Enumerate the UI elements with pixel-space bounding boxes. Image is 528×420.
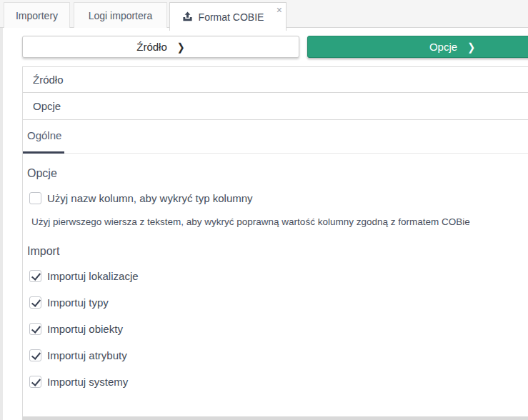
detect-helper-text: Użyj pierwszego wiersza z tekstem, aby w…	[31, 216, 470, 227]
import-attributes-row: Importuj atrybuty	[29, 348, 127, 362]
tab-importery[interactable]: Importery	[4, 2, 70, 28]
import-attributes-label[interactable]: Importuj atrybuty	[47, 349, 127, 361]
import-types-label[interactable]: Importuj typy	[47, 296, 109, 309]
inner-tab-divider	[23, 153, 528, 154]
tab-format-cobie-label: Format COBIE	[199, 11, 264, 23]
import-attributes-checkbox[interactable]	[29, 349, 41, 361]
tab-ogolne[interactable]: Ogólne	[27, 129, 61, 141]
import-objects-checkbox[interactable]	[29, 323, 41, 335]
import-objects-row: Importuj obiekty	[29, 321, 123, 336]
horizontal-scrollbar[interactable]	[23, 416, 528, 420]
tab-bar: Importery Logi importera Format COBIE ×	[0, 0, 528, 28]
left-gutter	[0, 28, 3, 420]
tab-importery-label: Importery	[16, 10, 58, 21]
tab-logi-importera-label: Logi importera	[89, 10, 153, 21]
accordion-section-opcje[interactable]: Opcje	[23, 93, 528, 120]
detect-column-type-row: Użyj nazw kolumn, aby wykryć typ kolumny	[29, 191, 253, 205]
source-step-label: Źródło	[136, 41, 167, 53]
options-section-heading: Opcje	[27, 167, 57, 180]
import-types-row: Importuj typy	[29, 295, 109, 309]
chevron-right-icon: ❯	[467, 41, 475, 53]
detect-column-type-label[interactable]: Użyj nazw kolumn, aby wykryć typ kolumny	[47, 192, 253, 204]
active-tab-underline	[23, 151, 64, 154]
accordion-zrodlo-label: Źródło	[33, 74, 64, 86]
tab-logi-importera[interactable]: Logi importera	[74, 2, 167, 28]
source-step-button[interactable]: Źródło ❯	[22, 36, 299, 58]
upload-icon	[182, 11, 193, 22]
import-locations-row: Importuj lokalizacje	[29, 269, 139, 283]
detect-column-type-checkbox[interactable]	[29, 192, 41, 204]
import-systems-checkbox[interactable]	[29, 376, 41, 388]
import-locations-label[interactable]: Importuj lokalizacje	[47, 270, 139, 282]
options-panel: Źródło Opcje Ogólne Opcje Użyj nazw kolu…	[22, 66, 528, 420]
importer-window: Importery Logi importera Format COBIE × …	[0, 0, 528, 420]
accordion-section-zrodlo[interactable]: Źródło	[23, 67, 528, 93]
chevron-right-icon: ❯	[177, 41, 185, 53]
options-step-label: Opcje	[429, 41, 457, 53]
import-section-heading: Import	[27, 245, 59, 258]
import-locations-checkbox[interactable]	[29, 270, 41, 282]
import-objects-label[interactable]: Importuj obiekty	[47, 323, 123, 335]
options-step-button[interactable]: Opcje ❯	[307, 36, 528, 58]
tab-format-cobie[interactable]: Format COBIE ×	[169, 2, 287, 31]
close-icon[interactable]: ×	[277, 5, 282, 15]
import-systems-row: Importuj systemy	[29, 374, 128, 389]
import-types-checkbox[interactable]	[29, 296, 41, 309]
accordion-opcje-label: Opcje	[33, 100, 61, 112]
import-systems-label[interactable]: Importuj systemy	[47, 376, 128, 388]
